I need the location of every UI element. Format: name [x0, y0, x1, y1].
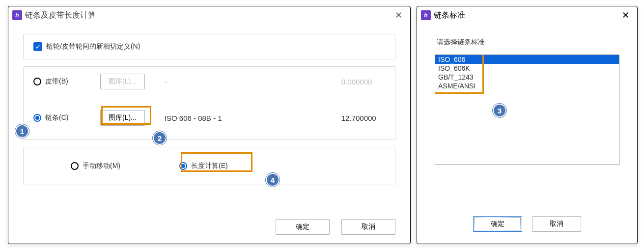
- ok-button-left[interactable]: 确定: [276, 219, 330, 235]
- panel-tangent-def: ✓ 链轮/皮带轮间的新相切定义(N): [23, 34, 395, 59]
- content-right: 请选择链条标准 ISO_606 ISO_606K GB/T_1243 ASME/…: [417, 38, 637, 165]
- chain-belt-length-dialog: h 链条及皮带长度计算 ✕ ✓ 链轮/皮带轮间的新相切定义(N) 皮带(B) 图…: [8, 6, 411, 244]
- checkbox-tangent-row[interactable]: ✓ 链轮/皮带轮间的新相切定义(N): [33, 42, 385, 51]
- cancel-button-left[interactable]: 取消: [341, 219, 395, 235]
- list-item[interactable]: ISO_606K: [435, 64, 619, 73]
- titlebar-right: h 链条标准 ✕: [417, 6, 637, 24]
- chain-library-button[interactable]: 图库(L)...: [100, 110, 145, 126]
- footer-left: 确定 取消: [276, 219, 395, 235]
- list-item[interactable]: ASME/ANSI: [435, 82, 619, 90]
- checkbox-tangent[interactable]: ✓: [33, 42, 42, 51]
- badge-2: 2: [153, 131, 167, 145]
- radio-manual-label: 手动移动(M): [83, 162, 120, 170]
- app-icon-right: h: [421, 10, 431, 20]
- panel-mode: 手动移动(M) 长度计算(E): [23, 147, 395, 185]
- radio-belt-label: 皮带(B): [45, 77, 68, 86]
- badge-1: 1: [15, 124, 29, 138]
- close-icon[interactable]: ✕: [392, 8, 405, 22]
- cancel-button-right[interactable]: 取消: [532, 216, 581, 232]
- radio-chain-label: 链条(C): [45, 113, 68, 122]
- belt-library-button[interactable]: 图库(L)...: [100, 74, 145, 89]
- belt-spec: -: [165, 78, 253, 86]
- titlebar-left: h 链条及皮带长度计算 ✕: [8, 6, 410, 24]
- chain-value: 12.700000: [341, 114, 376, 122]
- badge-4: 4: [266, 173, 280, 187]
- footer-right: 确定 取消: [417, 216, 637, 232]
- prompt-text: 请选择链条标准: [437, 38, 637, 47]
- badge-3: 3: [493, 104, 506, 117]
- list-item[interactable]: GB/T_1243: [435, 73, 619, 82]
- content-left: ✓ 链轮/皮带轮间的新相切定义(N) 皮带(B) 图库(L)... - 0.00…: [8, 24, 410, 202]
- list-item[interactable]: ISO_606: [435, 55, 619, 64]
- radio-belt-dot[interactable]: [33, 78, 41, 85]
- checkbox-tangent-label: 链轮/皮带轮间的新相切定义(N): [46, 42, 140, 51]
- standard-listbox[interactable]: ISO_606 ISO_606K GB/T_1243 ASME/ANSI: [435, 55, 619, 165]
- radio-calc-label: 长度计算(E): [191, 162, 228, 170]
- close-icon-right[interactable]: ✕: [618, 8, 632, 22]
- radio-chain-dot[interactable]: [33, 114, 41, 122]
- belt-value: 0.000000: [341, 78, 372, 86]
- app-icon: h: [12, 10, 22, 20]
- radio-belt[interactable]: 皮带(B): [33, 77, 81, 86]
- ok-button-right[interactable]: 确定: [473, 216, 522, 232]
- dialog-title-left: 链条及皮带长度计算: [25, 10, 392, 21]
- panel-type: 皮带(B) 图库(L)... - 0.000000 链条(C) 图库(L)...…: [23, 66, 395, 140]
- radio-chain[interactable]: 链条(C): [33, 113, 81, 122]
- row-chain: 链条(C) 图库(L)... ISO 606 - 08B - 1 12.7000…: [33, 108, 385, 128]
- radio-calc-dot[interactable]: [179, 162, 187, 170]
- row-belt: 皮带(B) 图库(L)... - 0.000000: [33, 72, 385, 91]
- row-mode: 手动移动(M) 长度计算(E): [33, 156, 385, 176]
- chain-standard-dialog: h 链条标准 ✕ 请选择链条标准 ISO_606 ISO_606K GB/T_1…: [417, 6, 638, 244]
- radio-manual-dot[interactable]: [71, 162, 79, 170]
- dialog-title-right: 链条标准: [434, 10, 618, 21]
- radio-manual[interactable]: 手动移动(M): [71, 162, 120, 170]
- chain-spec: ISO 606 - 08B - 1: [165, 114, 253, 122]
- radio-calc[interactable]: 长度计算(E): [179, 162, 228, 170]
